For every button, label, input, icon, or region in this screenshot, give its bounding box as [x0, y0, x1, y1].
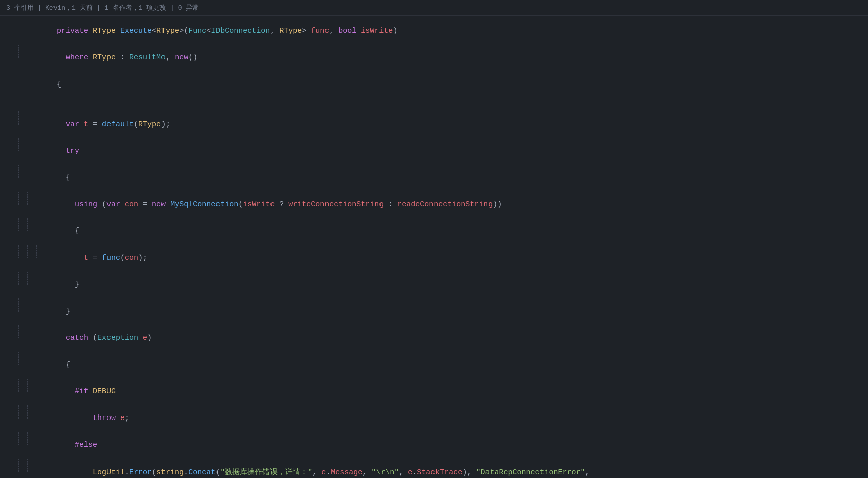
line-content: where RType : ResultMo, new()	[27, 45, 868, 71]
code-line: #else	[0, 432, 868, 458]
code-line: LogUtil.Error(string.Concat("数据库操作错误，详情：…	[0, 458, 868, 478]
code-line: #if DEBUG	[0, 378, 868, 405]
line-content: {	[18, 72, 868, 97]
line-content: var t = default(RType);	[27, 111, 868, 137]
code-area: private RType Execute<RType>(Func<IDbCon…	[0, 16, 868, 478]
line-content: throw e;	[36, 405, 868, 431]
line-content: {	[27, 165, 868, 191]
code-line: }	[0, 271, 868, 298]
code-container: 3 个引用 | Kevin，1 天前 | 1 名作者，1 项更改 | 0 异常 …	[0, 0, 868, 478]
meta-contributors: 1 名作者，1 项更改	[104, 4, 166, 12]
line-content	[18, 98, 868, 107]
code-line: t = func(con);	[0, 245, 868, 271]
code-line: var t = default(RType);	[0, 111, 868, 138]
line-content: t = func(con);	[45, 245, 868, 271]
code-line: catch (Exception e)	[0, 325, 868, 351]
meta-bar: 3 个引用 | Kevin，1 天前 | 1 名作者，1 项更改 | 0 异常	[0, 0, 868, 16]
line-content: LogUtil.Error(string.Concat("数据库操作错误，详情：…	[36, 459, 868, 478]
code-line: }	[0, 298, 868, 325]
line-content: using (var con = new MySqlConnection(isW…	[36, 192, 868, 217]
line-content: private RType Execute<RType>(Func<IDbCon…	[18, 18, 868, 44]
line-content: {	[27, 352, 868, 378]
code-line: throw e;	[0, 405, 868, 432]
meta-issues: 0 异常	[178, 4, 199, 12]
line-content: }	[27, 298, 868, 324]
line-content: #else	[36, 432, 868, 458]
code-line: {	[0, 218, 868, 245]
meta-author: Kevin，1 天前	[45, 4, 93, 12]
line-content: }	[36, 272, 868, 297]
line-content: {	[36, 218, 868, 244]
code-line: where RType : ResultMo, new()	[0, 44, 868, 71]
meta-references: 3 个引用	[6, 4, 34, 12]
line-content: catch (Exception e)	[27, 325, 868, 351]
code-line: {	[0, 351, 868, 378]
code-line	[0, 98, 868, 111]
code-line: using (var con = new MySqlConnection(isW…	[0, 191, 868, 218]
code-line: {	[0, 71, 868, 98]
line-content: try	[27, 138, 868, 164]
code-line: try	[0, 138, 868, 164]
code-line: {	[0, 164, 868, 191]
line-content: #if DEBUG	[36, 379, 868, 404]
code-line: private RType Execute<RType>(Func<IDbCon…	[0, 18, 868, 44]
